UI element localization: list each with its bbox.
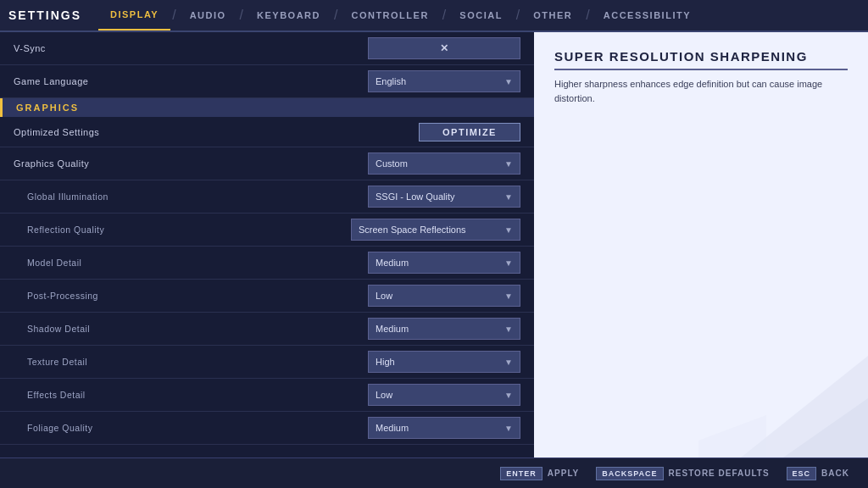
texture-detail-label: Texture Detail: [14, 357, 87, 367]
backspace-key-badge: BACKSPACE: [596, 467, 663, 480]
tab-controller[interactable]: CONTROLLER: [339, 0, 440, 30]
graphics-quality-row: Graphics Quality Custom ▼: [0, 147, 534, 180]
vsync-row: V-Sync ✕: [0, 32, 534, 65]
vsync-value: ✕: [440, 42, 448, 54]
foliage-quality-row: Foliage Quality Medium ▼: [0, 412, 534, 445]
chevron-down-icon: ▼: [504, 192, 513, 202]
info-panel: SUPER RESOLUTION SHARPENING Higher sharp…: [534, 32, 868, 458]
apply-label: APPLY: [548, 469, 579, 478]
enter-key-badge: ENTER: [500, 467, 542, 480]
model-detail-label: Model Detail: [14, 258, 81, 268]
optimize-button[interactable]: OPTIMIZE: [419, 123, 520, 141]
nav-tabs: DISPLAY / AUDIO / KEYBOARD / CONTROLLER …: [98, 0, 703, 30]
chevron-down-icon: ▼: [504, 77, 513, 86]
info-panel-title: SUPER RESOLUTION SHARPENING: [554, 49, 848, 70]
chevron-down-icon: ▼: [504, 324, 513, 334]
graphics-section-header: GRAPHICS: [0, 98, 534, 117]
language-dropdown[interactable]: English ▼: [368, 70, 520, 92]
foliage-quality-dropdown[interactable]: Medium ▼: [368, 417, 520, 439]
vsync-label: V-Sync: [14, 43, 46, 53]
texture-detail-dropdown[interactable]: High ▼: [368, 351, 520, 373]
chevron-down-icon: ▼: [504, 424, 513, 433]
decorative-shapes: [698, 288, 868, 458]
app-title: SETTINGS: [8, 8, 81, 22]
esc-key-badge: ESC: [787, 467, 817, 480]
shadow-detail-label: Shadow Detail: [14, 324, 90, 334]
restore-defaults-label: RESTORE DEFAULTS: [669, 469, 770, 478]
chevron-down-icon: ▼: [504, 358, 513, 367]
effects-detail-dropdown[interactable]: Low ▼: [368, 384, 520, 406]
foliage-quality-label: Foliage Quality: [14, 423, 93, 433]
optimized-label: Optimized Settings: [14, 127, 99, 137]
post-processing-value: Low: [376, 291, 498, 301]
post-processing-row: Post-Processing Low ▼: [0, 280, 534, 313]
shadow-detail-dropdown[interactable]: Medium ▼: [368, 318, 520, 340]
main-layout: V-Sync ✕ Game Language English ▼ GRAPHIC…: [0, 32, 868, 458]
chevron-down-icon: ▼: [504, 391, 513, 400]
texture-detail-row: Texture Detail High ▼: [0, 346, 534, 379]
reflection-quality-value: Screen Space Reflections: [359, 225, 498, 235]
chevron-down-icon: ▼: [504, 159, 513, 169]
graphics-quality-label: Graphics Quality: [14, 158, 89, 169]
texture-detail-value: High: [376, 357, 498, 367]
global-illumination-value: SSGI - Low Quality: [376, 191, 498, 202]
tab-keyboard[interactable]: KEYBOARD: [245, 0, 332, 30]
info-panel-text: Higher sharpness enhances edge definitio…: [554, 77, 848, 105]
graphics-quality-value: Custom: [376, 158, 498, 169]
language-label: Game Language: [14, 76, 88, 86]
language-row: Game Language English ▼: [0, 65, 534, 98]
tab-social[interactable]: SOCIAL: [448, 0, 515, 30]
chevron-down-icon: ▼: [504, 291, 513, 301]
restore-defaults-button[interactable]: BACKSPACE RESTORE DEFAULTS: [587, 462, 777, 485]
graphics-quality-dropdown[interactable]: Custom ▼: [368, 152, 520, 175]
reflection-quality-row: Reflection Quality Screen Space Reflecti…: [0, 214, 534, 247]
post-processing-dropdown[interactable]: Low ▼: [368, 285, 520, 307]
tab-audio[interactable]: AUDIO: [178, 0, 238, 30]
top-navigation: SETTINGS DISPLAY / AUDIO / KEYBOARD / CO…: [0, 0, 868, 32]
settings-panel: V-Sync ✕ Game Language English ▼ GRAPHIC…: [0, 32, 534, 458]
foliage-quality-value: Medium: [376, 423, 498, 433]
post-processing-label: Post-Processing: [14, 291, 98, 301]
global-illumination-label: Global Illumination: [14, 191, 108, 202]
svg-marker-2: [698, 415, 766, 458]
effects-detail-label: Effects Detail: [14, 390, 86, 400]
chevron-down-icon: ▼: [504, 258, 513, 268]
back-button[interactable]: ESC BACK: [778, 462, 858, 485]
tab-other[interactable]: OTHER: [521, 0, 584, 30]
graphics-section-title: GRAPHICS: [16, 103, 79, 113]
vsync-toggle[interactable]: ✕: [368, 37, 520, 59]
effects-detail-row: Effects Detail Low ▼: [0, 379, 534, 412]
back-label: BACK: [821, 469, 849, 478]
bottom-bar: ENTER APPLY BACKSPACE RESTORE DEFAULTS E…: [0, 458, 868, 488]
reflection-quality-dropdown[interactable]: Screen Space Reflections ▼: [351, 219, 520, 241]
global-illumination-dropdown[interactable]: SSGI - Low Quality ▼: [368, 186, 520, 208]
model-detail-dropdown[interactable]: Medium ▼: [368, 252, 520, 274]
reflection-quality-label: Reflection Quality: [14, 225, 104, 235]
chevron-down-icon: ▼: [504, 225, 513, 235]
model-detail-row: Model Detail Medium ▼: [0, 247, 534, 280]
shadow-detail-value: Medium: [376, 324, 498, 334]
shadow-detail-row: Shadow Detail Medium ▼: [0, 313, 534, 346]
language-value: English: [376, 76, 498, 86]
model-detail-value: Medium: [376, 258, 498, 268]
effects-detail-value: Low: [376, 390, 498, 400]
tab-accessibility[interactable]: ACCESSIBILITY: [592, 0, 703, 30]
optimized-settings-row: Optimized Settings OPTIMIZE: [0, 117, 534, 147]
apply-button[interactable]: ENTER APPLY: [492, 462, 587, 485]
global-illumination-row: Global Illumination SSGI - Low Quality ▼: [0, 180, 534, 214]
tab-display[interactable]: DISPLAY: [98, 0, 170, 30]
